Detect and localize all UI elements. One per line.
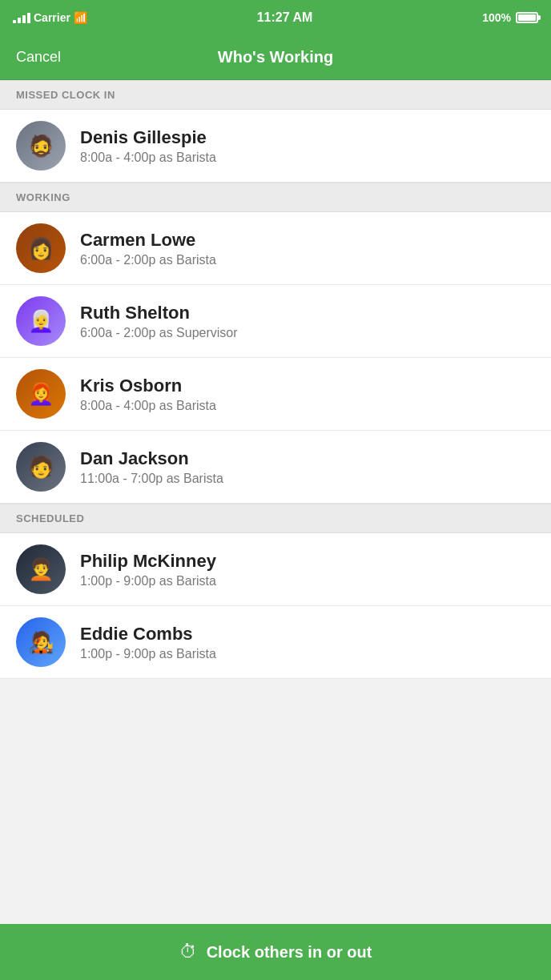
item-shift-ruth-shelton: 6:00a - 2:00p as Supervisor [80, 326, 535, 340]
item-shift-dan-jackson: 11:00a - 7:00p as Barista [80, 472, 535, 486]
clock-others-button[interactable]: ⏱ Clock others in or out [0, 924, 551, 980]
item-name-eddie-combs: Eddie Combs [80, 624, 535, 645]
item-info-philip-mckinney: Philip McKinney1:00p - 9:00p as Barista [80, 551, 535, 588]
item-name-carmen-lowe: Carmen Lowe [80, 230, 535, 251]
avatar-kris-osborn: 👩‍🦰 [16, 369, 66, 419]
nav-bar: Cancel Who's Working [0, 35, 551, 80]
avatar-eddie-combs: 🧑‍🎤 [16, 617, 66, 667]
status-left: Carrier 📶 [13, 11, 87, 24]
status-right: 100% [482, 11, 538, 24]
item-shift-denis-gillespie: 8:00a - 4:00p as Barista [80, 151, 535, 165]
item-name-philip-mckinney: Philip McKinney [80, 551, 535, 572]
item-shift-carmen-lowe: 6:00a - 2:00p as Barista [80, 253, 535, 267]
battery-label: 100% [482, 11, 511, 24]
item-info-ruth-shelton: Ruth Shelton6:00a - 2:00p as Supervisor [80, 303, 535, 340]
wifi-icon: 📶 [74, 11, 87, 24]
cancel-button[interactable]: Cancel [16, 49, 61, 66]
item-info-carmen-lowe: Carmen Lowe6:00a - 2:00p as Barista [80, 230, 535, 267]
item-info-denis-gillespie: Denis Gillespie8:00a - 4:00p as Barista [80, 127, 535, 165]
section-header-working: WORKING [0, 183, 551, 212]
item-name-denis-gillespie: Denis Gillespie [80, 127, 535, 148]
avatar-ruth-shelton: 👩‍🦳 [16, 296, 66, 346]
main-content: MISSED CLOCK IN🧔Denis Gillespie8:00a - 4… [0, 80, 551, 735]
item-name-ruth-shelton: Ruth Shelton [80, 303, 535, 323]
item-info-dan-jackson: Dan Jackson11:00a - 7:00p as Barista [80, 448, 535, 486]
signal-icon [13, 13, 30, 23]
list-item-ruth-shelton[interactable]: 👩‍🦳Ruth Shelton6:00a - 2:00p as Supervis… [0, 285, 551, 358]
item-shift-philip-mckinney: 1:00p - 9:00p as Barista [80, 574, 535, 588]
page-title: Who's Working [218, 48, 333, 66]
item-name-kris-osborn: Kris Osborn [80, 376, 535, 396]
avatar-denis-gillespie: 🧔 [16, 121, 66, 171]
item-shift-kris-osborn: 8:00a - 4:00p as Barista [80, 399, 535, 413]
item-name-dan-jackson: Dan Jackson [80, 448, 535, 469]
list-item-kris-osborn[interactable]: 👩‍🦰Kris Osborn8:00a - 4:00p as Barista [0, 358, 551, 431]
section-header-missed-clock-in: MISSED CLOCK IN [0, 80, 551, 110]
list-item-carmen-lowe[interactable]: 👩Carmen Lowe6:00a - 2:00p as Barista [0, 212, 551, 285]
item-info-kris-osborn: Kris Osborn8:00a - 4:00p as Barista [80, 376, 535, 413]
list-item-denis-gillespie[interactable]: 🧔Denis Gillespie8:00a - 4:00p as Barista [0, 110, 551, 183]
status-time: 11:27 AM [257, 10, 313, 25]
clock-others-label: Clock others in or out [207, 943, 372, 962]
avatar-philip-mckinney: 🧑‍🦱 [16, 544, 66, 594]
status-bar: Carrier 📶 11:27 AM 100% [0, 0, 551, 35]
item-shift-eddie-combs: 1:00p - 9:00p as Barista [80, 647, 535, 661]
list-item-dan-jackson[interactable]: 🧑Dan Jackson11:00a - 7:00p as Barista [0, 431, 551, 504]
battery-icon [516, 12, 538, 23]
carrier-label: Carrier [34, 11, 70, 24]
item-info-eddie-combs: Eddie Combs1:00p - 9:00p as Barista [80, 624, 535, 661]
list-item-philip-mckinney[interactable]: 🧑‍🦱Philip McKinney1:00p - 9:00p as Baris… [0, 533, 551, 606]
avatar-dan-jackson: 🧑 [16, 442, 66, 492]
section-header-scheduled: SCHEDULED [0, 504, 551, 533]
avatar-carmen-lowe: 👩 [16, 223, 66, 273]
clock-icon: ⏱ [179, 942, 197, 962]
list-item-eddie-combs[interactable]: 🧑‍🎤Eddie Combs1:00p - 9:00p as Barista [0, 606, 551, 679]
